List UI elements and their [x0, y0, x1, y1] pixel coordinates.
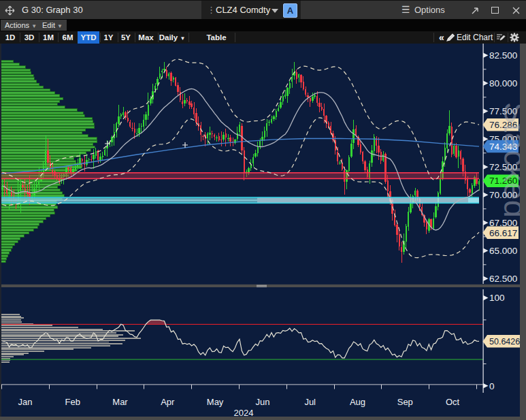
svg-text:65.000: 65.000 — [489, 246, 517, 256]
svg-text:Mar: Mar — [112, 397, 128, 407]
svg-text:Jan: Jan — [18, 397, 32, 407]
svg-text:62.500: 62.500 — [489, 274, 517, 284]
svg-text:0: 0 — [489, 381, 495, 391]
svg-text:2024: 2024 — [234, 408, 254, 418]
svg-text:100: 100 — [489, 293, 505, 303]
svg-text:May: May — [207, 397, 224, 407]
svg-text:Jun: Jun — [255, 397, 269, 407]
svg-text:Sep: Sep — [397, 397, 413, 407]
svg-text:Aug: Aug — [350, 397, 365, 407]
svg-text:Apr: Apr — [161, 397, 175, 407]
svg-text:Feb: Feb — [65, 397, 80, 407]
svg-text:80.000: 80.000 — [489, 78, 517, 88]
svg-text:82.500: 82.500 — [489, 50, 517, 61]
svg-text:66.617: 66.617 — [489, 228, 517, 238]
svg-text:Jul: Jul — [304, 397, 316, 407]
svg-text:Oct: Oct — [446, 397, 460, 407]
svg-text:50.6426: 50.6426 — [489, 337, 520, 346]
